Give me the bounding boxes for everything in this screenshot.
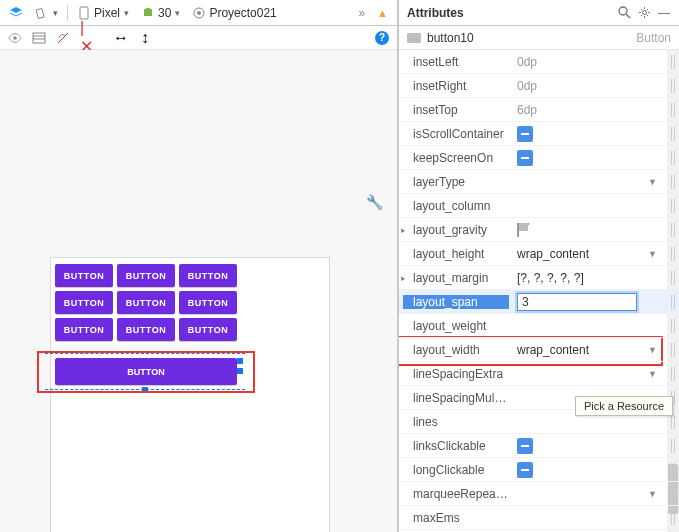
- attr-row-linespacingextra[interactable]: lineSpacingExtra▼: [399, 362, 679, 386]
- orientation-icon[interactable]: ▾: [32, 5, 61, 21]
- grid-button[interactable]: BUTTON: [117, 318, 175, 341]
- grid-button[interactable]: BUTTON: [179, 264, 237, 287]
- expand-icon[interactable]: ▸: [401, 273, 406, 283]
- pick-resource-icon[interactable]: [671, 175, 675, 189]
- flag-icon[interactable]: [517, 223, 529, 237]
- pick-resource-icon[interactable]: [671, 295, 675, 309]
- attributes-header: Attributes —: [399, 0, 679, 26]
- pick-resource-icon[interactable]: [671, 79, 675, 93]
- attr-row-layertype[interactable]: layerType▼: [399, 170, 679, 194]
- pick-resource-icon[interactable]: [671, 511, 675, 525]
- attr-row-longclickable[interactable]: longClickable: [399, 458, 679, 482]
- attr-row-insetleft[interactable]: insetLeft0dp: [399, 50, 679, 74]
- align-off-icon[interactable]: |✕: [80, 31, 94, 45]
- attr-row-layoutcolumn[interactable]: layout_column: [399, 194, 679, 218]
- selected-component-row[interactable]: button10 Button: [399, 26, 679, 50]
- grid-button[interactable]: BUTTON: [117, 264, 175, 287]
- layers-icon[interactable]: [6, 5, 26, 21]
- attr-row-keepscreenon[interactable]: keepScreenOn: [399, 146, 679, 170]
- pick-resource-icon[interactable]: [671, 319, 675, 333]
- grid-button[interactable]: BUTTON: [179, 291, 237, 314]
- attr-value[interactable]: 0dp: [509, 55, 679, 69]
- pick-resource-icon[interactable]: [671, 487, 675, 501]
- grid-button[interactable]: BUTTON: [55, 318, 113, 341]
- pick-resource-icon[interactable]: [671, 223, 675, 237]
- attr-row-layoutgravity[interactable]: ▸layout_gravity: [399, 218, 679, 242]
- more-actions[interactable]: »: [355, 5, 368, 21]
- eye-icon[interactable]: [8, 31, 22, 45]
- pan-h-icon[interactable]: ↔: [114, 31, 128, 45]
- attr-row-layoutwidth[interactable]: layout_widthwrap_content▼: [399, 338, 679, 362]
- attr-name: layerType: [399, 175, 509, 189]
- grid-button[interactable]: BUTTON: [55, 264, 113, 287]
- pick-resource-icon[interactable]: [671, 415, 675, 429]
- api-selector[interactable]: 30▾: [138, 5, 183, 21]
- pick-resource-icon[interactable]: [671, 55, 675, 69]
- grid-button[interactable]: BUTTON: [179, 318, 237, 341]
- attr-value[interactable]: [509, 126, 679, 142]
- refresh-off-icon[interactable]: [56, 31, 70, 45]
- wrench-icon[interactable]: 🔧: [366, 194, 383, 210]
- help-icon[interactable]: ?: [375, 31, 389, 45]
- attr-name: keepScreenOn: [399, 151, 509, 165]
- pick-resource-icon[interactable]: [671, 103, 675, 117]
- toggle-chip[interactable]: [517, 438, 533, 454]
- attr-value[interactable]: [509, 462, 679, 478]
- pick-resource-icon[interactable]: [671, 439, 675, 453]
- pick-resource-icon[interactable]: [671, 271, 675, 285]
- toggle-chip[interactable]: [517, 150, 533, 166]
- attr-row-isscrollcontainer[interactable]: isScrollContainer: [399, 122, 679, 146]
- attr-row-insetright[interactable]: insetRight0dp: [399, 74, 679, 98]
- grid-button[interactable]: BUTTON: [55, 291, 113, 314]
- warning-icon[interactable]: ▲: [374, 6, 391, 20]
- search-icon[interactable]: [617, 6, 631, 20]
- pick-resource-icon[interactable]: [671, 247, 675, 261]
- pick-resource-icon[interactable]: [671, 343, 675, 357]
- theme-selector[interactable]: Proyecto021: [189, 5, 279, 21]
- chevron-down-icon[interactable]: ▼: [648, 249, 657, 259]
- expand-icon[interactable]: ▸: [401, 225, 406, 235]
- attr-value[interactable]: wrap_content▼: [509, 343, 679, 357]
- attr-row-maxems[interactable]: maxEms: [399, 506, 679, 530]
- attr-row-layoutmargin[interactable]: ▸layout_margin[?, ?, ?, ?, ?]: [399, 266, 679, 290]
- attr-value[interactable]: [?, ?, ?, ?, ?]: [509, 271, 679, 285]
- chevron-down-icon[interactable]: ▼: [648, 369, 657, 379]
- attr-value[interactable]: 6dp: [509, 103, 679, 117]
- toggle-chip[interactable]: [517, 126, 533, 142]
- chevron-down-icon[interactable]: ▼: [648, 345, 657, 355]
- pan-v-icon[interactable]: ↕: [138, 31, 152, 45]
- attr-row-linksclickable[interactable]: linksClickable: [399, 434, 679, 458]
- attr-value[interactable]: wrap_content▼: [509, 247, 679, 261]
- attr-value[interactable]: [509, 438, 679, 454]
- pick-resource-icon[interactable]: [671, 199, 675, 213]
- attr-value[interactable]: [509, 150, 679, 166]
- minimize-icon[interactable]: —: [657, 6, 671, 20]
- editor-sub-toolbar: |✕ ↔ ↕ ?: [0, 26, 397, 50]
- attr-row-insettop[interactable]: insetTop6dp: [399, 98, 679, 122]
- attr-value[interactable]: 0dp: [509, 79, 679, 93]
- toggle-chip[interactable]: [517, 462, 533, 478]
- chevron-down-icon[interactable]: ▼: [648, 177, 657, 187]
- chevron-down-icon[interactable]: ▼: [648, 489, 657, 499]
- attr-row-layoutheight[interactable]: layout_heightwrap_content▼: [399, 242, 679, 266]
- attr-row-layoutweight[interactable]: layout_weight: [399, 314, 679, 338]
- attr-value[interactable]: ▼: [509, 177, 679, 187]
- attr-value[interactable]: [509, 293, 679, 311]
- attr-row-marqueerepeat[interactable]: marqueeRepeat…▼: [399, 482, 679, 506]
- attr-text: [?, ?, ?, ?, ?]: [517, 271, 584, 285]
- attr-value[interactable]: [509, 223, 679, 237]
- pick-resource-icon[interactable]: [671, 151, 675, 165]
- attr-input[interactable]: [517, 293, 637, 311]
- pick-resource-icon[interactable]: [671, 463, 675, 477]
- pick-resource-icon[interactable]: [671, 367, 675, 381]
- attr-row-layoutspan[interactable]: layout_span: [399, 290, 679, 314]
- gear-icon[interactable]: [637, 6, 651, 20]
- attr-value[interactable]: ▼: [509, 369, 679, 379]
- grid-button[interactable]: BUTTON: [117, 291, 175, 314]
- attr-name: isScrollContainer: [399, 127, 509, 141]
- design-canvas[interactable]: 🔧 BUTTON BUTTON BUTTON BUTTON BUTTON BUT…: [0, 50, 397, 532]
- svg-point-5: [197, 11, 201, 15]
- attr-value[interactable]: ▼: [509, 489, 679, 499]
- blueprint-icon[interactable]: [32, 31, 46, 45]
- pick-resource-icon[interactable]: [671, 127, 675, 141]
